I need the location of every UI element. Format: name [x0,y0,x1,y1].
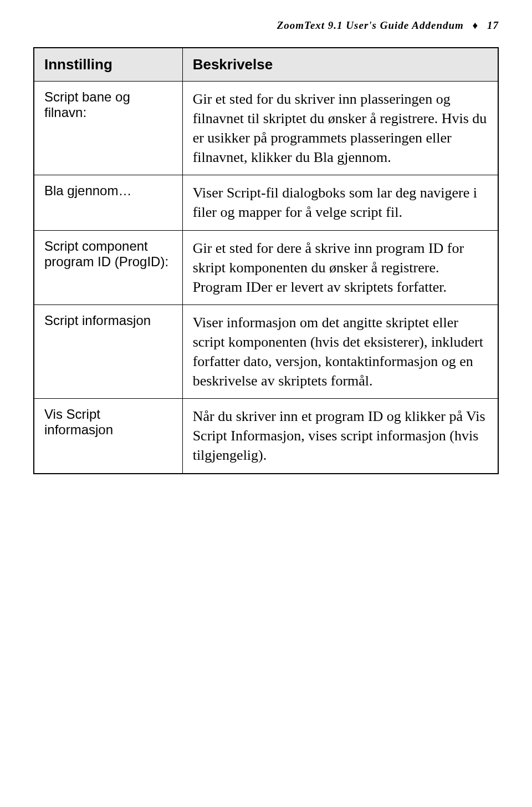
page-number: 17 [487,19,499,31]
page-header: ZoomText 9.1 User's Guide Addendum ♦ 17 [33,19,499,32]
setting-description: Gir et sted for du skriver inn plasserin… [182,82,498,175]
settings-table: Innstilling Beskrivelse Script bane og f… [33,47,499,474]
setting-description: Når du skriver inn et program ID og klik… [182,399,498,474]
table-row: Script component program ID (ProgID): Gi… [34,230,498,304]
table-header-row: Innstilling Beskrivelse [34,48,498,82]
product-name: ZoomText 9.1 User's Guide Addendum [277,19,464,31]
table-row: Script informasjon Viser informasjon om … [34,304,498,398]
setting-description: Viser informasjon om det angitte skripte… [182,304,498,398]
setting-description: Gir et sted for dere å skrive inn progra… [182,230,498,304]
setting-label: Bla gjennom… [34,175,182,230]
column-header-setting: Innstilling [34,48,182,82]
diamond-icon: ♦ [473,19,479,31]
setting-label: Script bane og filnavn: [34,82,182,175]
setting-label: Script component program ID (ProgID): [34,230,182,304]
table-row: Script bane og filnavn: Gir et sted for … [34,82,498,175]
setting-label: Vis Script informasjon [34,399,182,474]
table-row: Bla gjennom… Viser Script-fil dialogboks… [34,175,498,230]
setting-label: Script informasjon [34,304,182,398]
column-header-description: Beskrivelse [182,48,498,82]
table-row: Vis Script informasjon Når du skriver in… [34,399,498,474]
setting-description: Viser Script-fil dialogboks som lar deg … [182,175,498,230]
